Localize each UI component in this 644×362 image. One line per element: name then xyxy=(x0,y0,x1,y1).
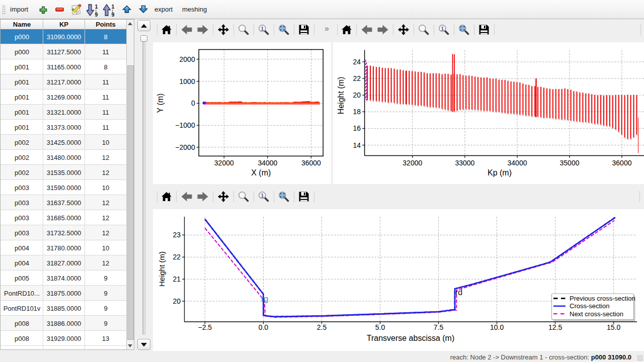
svg-text:1: 1 xyxy=(261,193,264,199)
svg-text:12.5: 12.5 xyxy=(548,323,562,331)
svg-text:18: 18 xyxy=(353,108,361,116)
svg-text:24: 24 xyxy=(353,58,361,66)
svg-text:1000: 1000 xyxy=(180,77,195,85)
svg-text:32000: 32000 xyxy=(214,159,234,167)
svg-text:22: 22 xyxy=(353,74,361,82)
svg-text:20: 20 xyxy=(353,91,361,99)
svg-text:34000: 34000 xyxy=(508,159,527,167)
svg-text:−2000: −2000 xyxy=(175,143,195,151)
svg-text:2000: 2000 xyxy=(180,55,195,63)
svg-text:22: 22 xyxy=(173,253,181,261)
svg-text:16: 16 xyxy=(353,124,361,132)
svg-text:−1000: −1000 xyxy=(175,121,195,129)
svg-text:1: 1 xyxy=(112,4,115,10)
svg-text:Previous cross-section: Previous cross-section xyxy=(570,295,635,302)
svg-text:10.0: 10.0 xyxy=(490,323,504,331)
svg-text:7.5: 7.5 xyxy=(434,323,444,331)
svg-text:Kp (m): Kp (m) xyxy=(488,168,512,177)
svg-text:1: 1 xyxy=(441,26,444,32)
svg-text:5.0: 5.0 xyxy=(375,323,385,331)
svg-text:21: 21 xyxy=(173,275,181,283)
svg-text:35000: 35000 xyxy=(560,159,580,167)
svg-text:Height (m): Height (m) xyxy=(157,251,166,287)
svg-text:Transverse abscissa (m): Transverse abscissa (m) xyxy=(367,334,455,342)
svg-text:33000: 33000 xyxy=(455,159,474,167)
svg-text:36000: 36000 xyxy=(301,159,321,167)
svg-text:23: 23 xyxy=(173,231,181,239)
svg-text:20: 20 xyxy=(173,297,181,305)
svg-text:34000: 34000 xyxy=(258,159,277,167)
svg-text:0: 0 xyxy=(191,99,195,107)
svg-text:9: 9 xyxy=(95,12,98,17)
svg-text:2.5: 2.5 xyxy=(317,323,327,331)
svg-text:14: 14 xyxy=(353,141,361,149)
svg-text:32000: 32000 xyxy=(403,159,422,167)
svg-text:15.0: 15.0 xyxy=(607,323,620,331)
svg-text:9: 9 xyxy=(112,12,115,17)
svg-text:1: 1 xyxy=(95,4,98,10)
svg-text:36000: 36000 xyxy=(612,159,632,167)
svg-text:−2.5: −2.5 xyxy=(198,323,212,331)
svg-text:rg: rg xyxy=(261,295,268,303)
svg-text:1: 1 xyxy=(261,26,264,32)
svg-text:Cross-section: Cross-section xyxy=(570,302,609,310)
svg-text:Next cross-section: Next cross-section xyxy=(570,310,623,318)
svg-text:0.0: 0.0 xyxy=(259,323,269,331)
svg-text:Height (m): Height (m) xyxy=(337,77,345,115)
svg-text:X (m): X (m) xyxy=(251,168,271,177)
svg-text:Y (m): Y (m) xyxy=(156,94,165,113)
svg-text:rd: rd xyxy=(455,288,462,297)
